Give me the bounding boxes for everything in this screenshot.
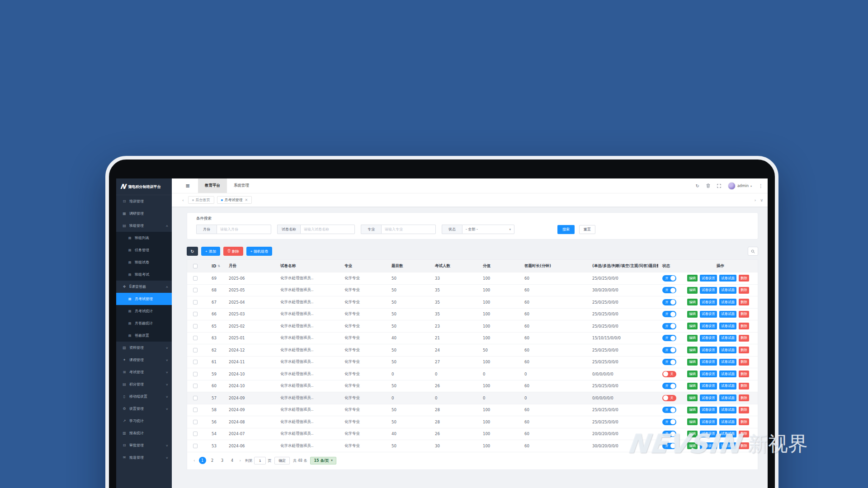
paper-questions-button[interactable]: 试卷试题	[719, 335, 736, 342]
random-paper-button[interactable]: + 随机组卷	[246, 247, 273, 256]
add-button[interactable]: + 添加	[201, 247, 220, 256]
paper-questions-button[interactable]: 试卷试题	[719, 359, 736, 366]
hamburger-menu-icon[interactable]: ≡	[185, 183, 190, 189]
page-size-select[interactable]: 15 条/页 ▾	[310, 457, 336, 465]
status-toggle[interactable]: 开	[662, 347, 676, 353]
sidebar-item[interactable]: ▥报表统计	[116, 427, 172, 439]
sidebar-item[interactable]: ▤积分管理∨	[116, 378, 172, 390]
row-checkbox[interactable]	[193, 396, 198, 400]
sidebar-item[interactable]: ✦课程管理∨	[116, 354, 172, 366]
edit-button[interactable]: 编辑	[687, 359, 698, 366]
sidebar-subitem[interactable]: ▤月考试统计	[116, 305, 172, 317]
close-icon[interactable]: ×	[245, 198, 248, 202]
delete-button[interactable]: 删除	[739, 323, 749, 329]
sidebar-subitem[interactable]: ▤月答题统计	[116, 317, 172, 329]
paper-settings-button[interactable]: 试卷设置	[700, 347, 717, 353]
more-menu-icon[interactable]: ⋮	[759, 183, 763, 188]
row-checkbox[interactable]	[193, 348, 198, 352]
sidebar-subitem[interactable]: ▤答题设置	[116, 329, 172, 342]
edit-button[interactable]: 编辑	[687, 418, 698, 425]
paper-settings-button[interactable]: 试卷设置	[700, 394, 717, 401]
paper-questions-button[interactable]: 试卷试题	[719, 407, 736, 413]
paper-questions-button[interactable]: 试卷试题	[719, 418, 736, 425]
sidebar-item[interactable]: ✉推送管理∨	[116, 451, 172, 464]
search-field-input[interactable]	[217, 225, 271, 234]
paper-settings-button[interactable]: 试卷设置	[700, 311, 717, 318]
next-page-button[interactable]: ›	[239, 458, 242, 463]
paper-questions-button[interactable]: 试卷试题	[719, 347, 736, 353]
refresh-table-button[interactable]: ↻	[187, 247, 198, 256]
delete-button[interactable]: 删除	[739, 299, 749, 305]
delete-button[interactable]: 删除	[739, 371, 749, 377]
delete-button[interactable]: 删除	[739, 311, 749, 318]
row-checkbox[interactable]	[193, 300, 198, 305]
prev-page-button[interactable]: ‹	[193, 458, 196, 463]
reset-button[interactable]: 重置	[579, 225, 595, 234]
tab-education-platform[interactable]: 教育平台	[198, 178, 227, 193]
paper-questions-button[interactable]: 试卷试题	[719, 275, 736, 282]
sidebar-item[interactable]: ▤班组管理∧	[116, 220, 172, 232]
page-button[interactable]: 3	[219, 457, 226, 464]
paper-settings-button[interactable]: 试卷设置	[700, 418, 717, 425]
page-button[interactable]: 2	[209, 457, 216, 464]
sort-icon[interactable]: ⇅	[217, 264, 220, 268]
edit-button[interactable]: 编辑	[687, 275, 698, 282]
status-toggle[interactable]: 开	[662, 419, 676, 425]
sidebar-item[interactable]: ▯移动端设置∨	[116, 390, 172, 403]
status-toggle[interactable]: 开	[662, 431, 676, 437]
delete-button[interactable]: 删除	[739, 359, 749, 366]
page-jump-input[interactable]	[254, 457, 266, 465]
status-toggle[interactable]: 开	[662, 407, 676, 413]
row-checkbox[interactable]	[193, 408, 198, 412]
delete-selected-button[interactable]: 删除	[223, 247, 243, 256]
table-search-toggle[interactable]	[748, 247, 758, 256]
sidebar-item[interactable]: ⊞考试管理∨	[116, 366, 172, 378]
delete-button[interactable]: 删除	[739, 431, 749, 437]
sidebar-subitem[interactable]: ▤班组试卷	[116, 256, 172, 268]
tags-collapse-icon[interactable]: ∨	[760, 198, 763, 202]
search-button[interactable]: 搜索	[557, 225, 575, 234]
sidebar-item[interactable]: ▦调研管理	[116, 207, 172, 220]
paper-settings-button[interactable]: 试卷设置	[700, 431, 717, 437]
paper-questions-button[interactable]: 试卷试题	[719, 299, 736, 305]
fullscreen-icon[interactable]	[717, 184, 721, 188]
edit-button[interactable]: 编辑	[687, 394, 698, 401]
status-toggle[interactable]: 开	[662, 443, 676, 449]
sidebar-subitem[interactable]: ▤班组列表	[116, 232, 172, 244]
user-menu[interactable]: admin ▾	[728, 182, 752, 190]
edit-button[interactable]: 编辑	[687, 323, 698, 329]
paper-questions-button[interactable]: 试卷试题	[719, 323, 736, 329]
tags-scroll-left-icon[interactable]: ‹	[182, 198, 184, 202]
paper-settings-button[interactable]: 试卷设置	[700, 383, 717, 389]
edit-button[interactable]: 编辑	[687, 347, 698, 353]
paper-settings-button[interactable]: 试卷设置	[700, 407, 717, 413]
sidebar-item[interactable]: ⊟审批管理∨	[116, 439, 172, 451]
status-toggle[interactable]: 开	[662, 335, 676, 341]
delete-button[interactable]: 删除	[739, 383, 749, 389]
paper-settings-button[interactable]: 试卷设置	[700, 275, 717, 282]
sidebar-item[interactable]: ▧资料管理∨	[116, 342, 172, 354]
tab-system-management[interactable]: 系统管理	[227, 178, 256, 193]
row-checkbox[interactable]	[193, 384, 198, 388]
status-toggle[interactable]: 关	[662, 395, 676, 401]
select-all-checkbox[interactable]	[193, 264, 198, 268]
edit-button[interactable]: 编辑	[687, 431, 698, 437]
search-field-input[interactable]	[300, 225, 355, 234]
status-toggle[interactable]: 开	[662, 323, 676, 329]
status-toggle[interactable]: 开	[662, 275, 676, 282]
row-checkbox[interactable]	[193, 276, 198, 281]
delete-button[interactable]: 删除	[739, 335, 749, 342]
confirm-button[interactable]: 确定	[274, 457, 290, 465]
sidebar-subitem[interactable]: ▤任务管理	[116, 244, 172, 256]
row-checkbox[interactable]	[193, 420, 198, 424]
sidebar-item[interactable]: ⊡培训管理	[116, 195, 172, 207]
paper-questions-button[interactable]: 试卷试题	[719, 442, 736, 449]
status-toggle[interactable]: 开	[662, 311, 676, 317]
delete-button[interactable]: 删除	[739, 347, 749, 353]
status-toggle[interactable]: 关	[662, 371, 676, 377]
paper-questions-button[interactable]: 试卷试题	[719, 431, 736, 437]
paper-questions-button[interactable]: 试卷试题	[719, 311, 736, 318]
edit-button[interactable]: 编辑	[687, 407, 698, 413]
row-checkbox[interactable]	[193, 432, 198, 436]
status-toggle[interactable]: 开	[662, 299, 676, 305]
